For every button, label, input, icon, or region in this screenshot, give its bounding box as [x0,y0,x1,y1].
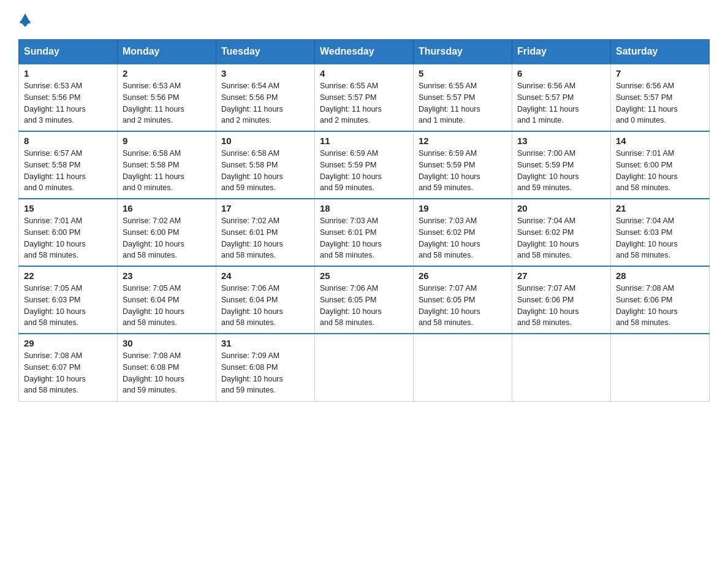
calendar-cell: 2Sunrise: 6:53 AMSunset: 5:56 PMDaylight… [118,64,216,131]
calendar-cell: 19Sunrise: 7:03 AMSunset: 6:02 PMDayligh… [414,199,512,266]
weekday-header-thursday: Thursday [414,40,512,64]
day-number: 13 [517,136,605,146]
day-number: 1 [24,68,112,79]
day-info: Sunrise: 6:53 AMSunset: 5:56 PMDaylight:… [123,80,211,126]
calendar-cell [611,334,710,401]
calendar-cell: 8Sunrise: 6:57 AMSunset: 5:58 PMDaylight… [19,131,118,199]
weekday-header-wednesday: Wednesday [315,40,414,64]
day-number: 2 [123,68,211,79]
day-info: Sunrise: 6:58 AMSunset: 5:58 PMDaylight:… [221,148,309,194]
calendar-cell: 21Sunrise: 7:04 AMSunset: 6:03 PMDayligh… [611,199,710,266]
day-info: Sunrise: 7:03 AMSunset: 6:01 PMDaylight:… [320,215,408,261]
calendar-cell: 4Sunrise: 6:55 AMSunset: 5:57 PMDaylight… [315,64,414,131]
day-info: Sunrise: 7:01 AMSunset: 6:00 PMDaylight:… [616,148,704,194]
calendar-cell: 20Sunrise: 7:04 AMSunset: 6:02 PMDayligh… [512,199,611,266]
calendar-cell: 6Sunrise: 6:56 AMSunset: 5:57 PMDaylight… [512,64,611,131]
day-info: Sunrise: 7:04 AMSunset: 6:02 PMDaylight:… [517,215,605,261]
day-number: 23 [123,270,211,281]
day-number: 22 [24,270,112,281]
calendar-cell: 18Sunrise: 7:03 AMSunset: 6:01 PMDayligh… [315,199,414,266]
weekday-header-sunday: Sunday [19,40,118,64]
calendar-cell: 29Sunrise: 7:08 AMSunset: 6:07 PMDayligh… [19,334,118,401]
day-number: 9 [123,136,211,146]
calendar-cell: 14Sunrise: 7:01 AMSunset: 6:00 PMDayligh… [611,131,710,199]
day-info: Sunrise: 6:56 AMSunset: 5:57 PMDaylight:… [517,80,605,126]
day-number: 24 [221,270,309,281]
day-number: 20 [517,203,605,213]
day-number: 8 [24,136,112,146]
calendar-cell: 28Sunrise: 7:08 AMSunset: 6:06 PMDayligh… [611,266,710,334]
day-info: Sunrise: 7:06 AMSunset: 6:04 PMDaylight:… [221,283,309,329]
calendar-cell: 22Sunrise: 7:05 AMSunset: 6:03 PMDayligh… [19,266,118,334]
calendar-cell: 16Sunrise: 7:02 AMSunset: 6:00 PMDayligh… [118,199,216,266]
day-number: 10 [221,136,309,146]
day-info: Sunrise: 6:53 AMSunset: 5:56 PMDaylight:… [24,80,112,126]
calendar-cell: 9Sunrise: 6:58 AMSunset: 5:58 PMDaylight… [118,131,216,199]
day-number: 30 [123,338,211,348]
calendar-cell: 25Sunrise: 7:06 AMSunset: 6:05 PMDayligh… [315,266,414,334]
day-info: Sunrise: 7:02 AMSunset: 6:01 PMDaylight:… [221,215,309,261]
day-info: Sunrise: 6:57 AMSunset: 5:58 PMDaylight:… [24,148,112,194]
day-info: Sunrise: 6:56 AMSunset: 5:57 PMDaylight:… [616,80,704,126]
day-number: 3 [221,68,309,79]
day-info: Sunrise: 7:00 AMSunset: 5:59 PMDaylight:… [517,148,605,194]
day-number: 4 [320,68,408,79]
day-info: Sunrise: 7:05 AMSunset: 6:04 PMDaylight:… [123,283,211,329]
day-info: Sunrise: 7:06 AMSunset: 6:05 PMDaylight:… [320,283,408,329]
day-number: 5 [419,68,507,79]
day-info: Sunrise: 7:07 AMSunset: 6:05 PMDaylight:… [419,283,507,329]
day-info: Sunrise: 7:04 AMSunset: 6:03 PMDaylight:… [616,215,704,261]
day-number: 16 [123,203,211,213]
day-info: Sunrise: 7:05 AMSunset: 6:03 PMDaylight:… [24,283,112,329]
day-info: Sunrise: 6:54 AMSunset: 5:56 PMDaylight:… [221,80,309,126]
day-info: Sunrise: 7:08 AMSunset: 6:08 PMDaylight:… [123,350,211,396]
day-number: 19 [419,203,507,213]
weekday-header-monday: Monday [118,40,216,64]
day-info: Sunrise: 7:07 AMSunset: 6:06 PMDaylight:… [517,283,605,329]
day-number: 14 [616,136,704,146]
weekday-header-tuesday: Tuesday [216,40,315,64]
calendar-cell: 5Sunrise: 6:55 AMSunset: 5:57 PMDaylight… [414,64,512,131]
logo [18,12,31,27]
day-info: Sunrise: 7:08 AMSunset: 6:07 PMDaylight:… [24,350,112,396]
calendar-cell [315,334,414,401]
calendar-cell: 24Sunrise: 7:06 AMSunset: 6:04 PMDayligh… [216,266,315,334]
calendar-table: SundayMondayTuesdayWednesdayThursdayFrid… [18,39,710,402]
day-info: Sunrise: 7:09 AMSunset: 6:08 PMDaylight:… [221,350,309,396]
calendar-cell: 27Sunrise: 7:07 AMSunset: 6:06 PMDayligh… [512,266,611,334]
weekday-header-friday: Friday [512,40,611,64]
day-number: 31 [221,338,309,348]
day-number: 29 [24,338,112,348]
day-number: 6 [517,68,605,79]
day-info: Sunrise: 6:55 AMSunset: 5:57 PMDaylight:… [419,80,507,126]
calendar-cell [512,334,611,401]
calendar-cell: 26Sunrise: 7:07 AMSunset: 6:05 PMDayligh… [414,266,512,334]
day-info: Sunrise: 7:08 AMSunset: 6:06 PMDaylight:… [616,283,704,329]
day-number: 11 [320,136,408,146]
day-info: Sunrise: 7:02 AMSunset: 6:00 PMDaylight:… [123,215,211,261]
calendar-cell: 7Sunrise: 6:56 AMSunset: 5:57 PMDaylight… [611,64,710,131]
day-number: 27 [517,270,605,281]
calendar-cell: 30Sunrise: 7:08 AMSunset: 6:08 PMDayligh… [118,334,216,401]
day-number: 18 [320,203,408,213]
calendar-cell: 12Sunrise: 6:59 AMSunset: 5:59 PMDayligh… [414,131,512,199]
day-number: 7 [616,68,704,79]
calendar-cell: 1Sunrise: 6:53 AMSunset: 5:56 PMDaylight… [19,64,118,131]
calendar-cell: 11Sunrise: 6:59 AMSunset: 5:59 PMDayligh… [315,131,414,199]
day-number: 15 [24,203,112,213]
day-number: 17 [221,203,309,213]
calendar-cell: 17Sunrise: 7:02 AMSunset: 6:01 PMDayligh… [216,199,315,266]
page-header [18,12,710,27]
day-info: Sunrise: 7:03 AMSunset: 6:02 PMDaylight:… [419,215,507,261]
day-info: Sunrise: 7:01 AMSunset: 6:00 PMDaylight:… [24,215,112,261]
day-number: 28 [616,270,704,281]
calendar-cell [414,334,512,401]
weekday-header-saturday: Saturday [611,40,710,64]
calendar-cell: 10Sunrise: 6:58 AMSunset: 5:58 PMDayligh… [216,131,315,199]
day-number: 21 [616,203,704,213]
calendar-cell: 15Sunrise: 7:01 AMSunset: 6:00 PMDayligh… [19,199,118,266]
calendar-cell: 3Sunrise: 6:54 AMSunset: 5:56 PMDaylight… [216,64,315,131]
day-info: Sunrise: 6:55 AMSunset: 5:57 PMDaylight:… [320,80,408,126]
day-info: Sunrise: 6:58 AMSunset: 5:58 PMDaylight:… [123,148,211,194]
calendar-cell: 31Sunrise: 7:09 AMSunset: 6:08 PMDayligh… [216,334,315,401]
